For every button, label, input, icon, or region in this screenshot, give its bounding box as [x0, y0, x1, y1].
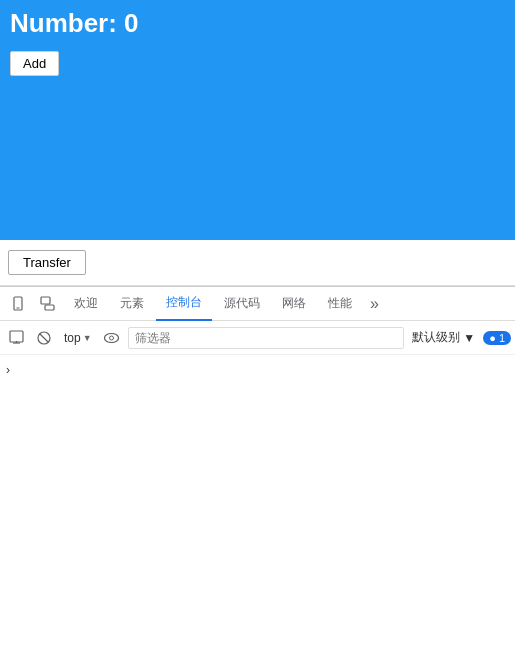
filter-input[interactable]: [128, 327, 405, 349]
devtools-tabbar: 欢迎 元素 控制台 源代码 网络 性能 »: [0, 287, 515, 321]
devtools-panel: 欢迎 元素 控制台 源代码 网络 性能 »: [0, 286, 515, 555]
devtools-toolbar: top ▼ 默认级别 ▼ ● 1: [0, 321, 515, 355]
svg-point-10: [110, 336, 114, 340]
tab-welcome[interactable]: 欢迎: [64, 287, 108, 321]
block-icon[interactable]: [32, 326, 56, 350]
svg-rect-2: [41, 297, 50, 304]
more-tabs-icon[interactable]: »: [364, 287, 385, 321]
tab-performance[interactable]: 性能: [318, 287, 362, 321]
console-prompt[interactable]: ›: [6, 359, 509, 381]
console-content: ›: [0, 355, 515, 555]
level-arrow-icon: ▼: [463, 331, 475, 345]
app-area: Number: 0 Add: [0, 0, 515, 240]
context-selector-arrow: ▼: [83, 333, 92, 343]
log-level-selector[interactable]: 默认级别 ▼: [408, 327, 479, 348]
add-button[interactable]: Add: [10, 51, 59, 76]
tab-sources[interactable]: 源代码: [214, 287, 270, 321]
number-display: Number: 0: [0, 0, 515, 47]
mobile-icon[interactable]: [4, 290, 32, 318]
eye-icon[interactable]: [100, 326, 124, 350]
transfer-button[interactable]: Transfer: [8, 250, 86, 275]
transfer-area: Transfer: [0, 240, 515, 286]
cursor-icon[interactable]: [34, 290, 62, 318]
svg-line-8: [40, 333, 49, 342]
svg-rect-3: [45, 305, 54, 310]
error-badge: ● 1: [483, 331, 511, 345]
tab-console[interactable]: 控制台: [156, 287, 212, 321]
svg-point-9: [105, 333, 119, 342]
badge-icon: ●: [489, 332, 496, 344]
svg-rect-4: [10, 331, 23, 342]
tab-network[interactable]: 网络: [272, 287, 316, 321]
chevron-right-icon: ›: [6, 363, 10, 377]
enter-icon[interactable]: [4, 326, 28, 350]
tab-elements[interactable]: 元素: [110, 287, 154, 321]
context-selector[interactable]: top ▼: [60, 329, 96, 347]
